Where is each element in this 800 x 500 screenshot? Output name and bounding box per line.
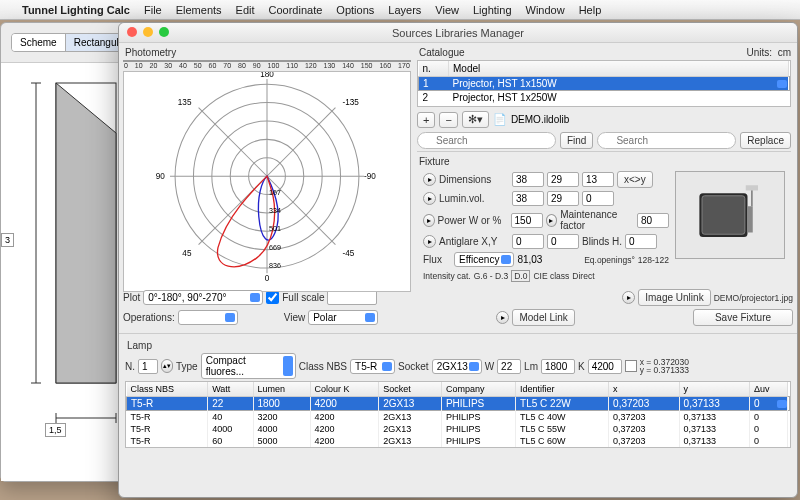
catalogue-table[interactable]: n.Model 1Projector, HST 1x150W 2Projecto… (417, 60, 791, 107)
remove-button[interactable]: − (439, 112, 457, 128)
zoom-icon[interactable] (159, 27, 169, 37)
replace-button[interactable]: Replace (740, 132, 791, 149)
step-maint[interactable]: ▸ (546, 214, 558, 227)
lumvol-x[interactable] (512, 191, 544, 206)
dim-height[interactable]: 3 (1, 233, 14, 247)
close-icon[interactable] (127, 27, 137, 37)
svg-text:45: 45 (182, 249, 192, 258)
svg-text:501: 501 (269, 225, 281, 233)
lamp-n[interactable] (138, 359, 158, 374)
photometry-label: Photometry (125, 47, 176, 58)
lamp-lm[interactable] (541, 359, 575, 374)
menu-file[interactable]: File (144, 4, 162, 16)
intcat-value: G.6 - D.3 (474, 271, 508, 281)
settings-button[interactable]: ✻▾ (462, 111, 489, 128)
lamp-socket-label: Socket (398, 361, 429, 372)
view-select[interactable]: Polar (308, 310, 378, 325)
step-power[interactable]: ▸ (423, 214, 435, 227)
dim-y[interactable] (547, 172, 579, 187)
operations-select[interactable] (178, 310, 238, 325)
model-link-toggle[interactable]: ▸ (496, 311, 509, 324)
lamp-k-label: K (578, 361, 585, 372)
eqopen-label: Eq.openings° (584, 255, 635, 265)
svg-text:-135: -135 (343, 98, 360, 107)
step-antiglare[interactable]: ▸ (423, 235, 436, 248)
color-swatch[interactable] (625, 360, 637, 372)
blinds-input[interactable] (625, 234, 657, 249)
image-unlink-toggle[interactable]: ▸ (622, 291, 635, 304)
flux-select[interactable]: Efficency (454, 252, 514, 267)
dim-width[interactable]: 1,5 (45, 423, 66, 437)
polar-plot[interactable]: 180 135 -135 90 -90 45 -45 0 167 334 501… (123, 71, 411, 292)
add-button[interactable]: + (417, 112, 435, 128)
lamp-w[interactable] (497, 359, 521, 374)
window-titlebar[interactable]: Sources Libraries Manager (119, 23, 797, 43)
menu-layers[interactable]: Layers (388, 4, 421, 16)
svg-marker-1 (56, 83, 116, 383)
catalogue-row: 2Projector, HST 1x250W (419, 91, 790, 105)
units-label: Units: (747, 47, 773, 58)
menu-view[interactable]: View (435, 4, 459, 16)
power-input[interactable] (511, 213, 543, 228)
svg-text:0: 0 (265, 274, 270, 283)
menu-window[interactable]: Window (526, 4, 565, 16)
plot-range-select[interactable]: 0°-180°, 90°-270° (143, 290, 263, 305)
save-fixture-button[interactable]: Save Fixture (693, 309, 793, 326)
lumvol-z[interactable] (582, 191, 614, 206)
menu-elements[interactable]: Elements (176, 4, 222, 16)
col-n[interactable]: n. (419, 61, 449, 77)
flux-label: Flux (423, 254, 451, 265)
antiglare-y[interactable] (547, 234, 579, 249)
system-menubar: Tunnel Lighting Calc File Elements Edit … (0, 0, 800, 20)
search-input[interactable] (417, 132, 556, 149)
app-name[interactable]: Tunnel Lighting Calc (22, 4, 130, 16)
antiglare-x[interactable] (512, 234, 544, 249)
lamp-socket-select[interactable]: 2GX13 (432, 359, 482, 374)
minimize-icon[interactable] (143, 27, 153, 37)
fixture-label: Fixture (419, 156, 450, 167)
cie-label: CIE class (533, 271, 569, 281)
operations-label: Operations: (123, 312, 175, 323)
lamp-k[interactable] (588, 359, 622, 374)
dim-z[interactable] (582, 172, 614, 187)
lamp-table[interactable]: Class NBSWattLumenColour KSocketCompanyI… (125, 381, 791, 448)
menu-help[interactable]: Help (579, 4, 602, 16)
menu-lighting[interactable]: Lighting (473, 4, 512, 16)
menu-options[interactable]: Options (336, 4, 374, 16)
svg-text:669: 669 (269, 244, 281, 252)
image-unlink-button[interactable]: Image Unlink (638, 289, 710, 306)
model-link-button[interactable]: Model Link (512, 309, 574, 326)
svg-rect-32 (748, 206, 753, 232)
lamp-row: T5-R22180042002GX13PHILIPSTL5 C 22W0,372… (127, 397, 790, 411)
tab-scheme[interactable]: Scheme (12, 34, 66, 51)
lamp-label: Lamp (127, 340, 152, 351)
document-icon: 📄 (493, 113, 507, 126)
intcat-label: Intensity cat. (423, 271, 471, 281)
sources-libraries-window: Sources Libraries Manager Photometry 010… (118, 22, 798, 498)
lamp-row: T5-R4000400042002GX13PHILIPSTL5 C 55W0,3… (127, 423, 790, 435)
replace-input[interactable] (597, 132, 736, 149)
blinds-label: Blinds H. (582, 236, 622, 247)
antiglare-label: Antiglare X,Y (439, 236, 509, 247)
step-dimensions[interactable]: ▸ (423, 173, 436, 186)
find-button[interactable]: Find (560, 132, 593, 149)
swap-xy-button[interactable]: x<>y (617, 171, 653, 188)
intensity-gradient (123, 60, 411, 62)
dim-x[interactable] (512, 172, 544, 187)
fixture-image[interactable] (675, 171, 785, 259)
lamp-row: T5-R40320042002GX13PHILIPSTL5 C 40W0,372… (127, 411, 790, 424)
svg-text:836: 836 (269, 262, 281, 270)
maint-input[interactable] (637, 213, 669, 228)
lamp-w-label: W (485, 361, 494, 372)
lamp-type-label: Type (176, 361, 198, 372)
col-model[interactable]: Model (449, 61, 789, 77)
lumvol-y[interactable] (547, 191, 579, 206)
lamp-type-select[interactable]: Compact fluores... (201, 353, 296, 379)
lamp-class-select[interactable]: T5-R (350, 359, 395, 374)
n-stepper[interactable]: ▴▾ (161, 359, 173, 373)
units-value: cm (778, 47, 791, 58)
menu-coordinate[interactable]: Coordinate (269, 4, 323, 16)
step-luminvol[interactable]: ▸ (423, 192, 436, 205)
catalogue-label: Catalogue (419, 47, 465, 58)
menu-edit[interactable]: Edit (236, 4, 255, 16)
